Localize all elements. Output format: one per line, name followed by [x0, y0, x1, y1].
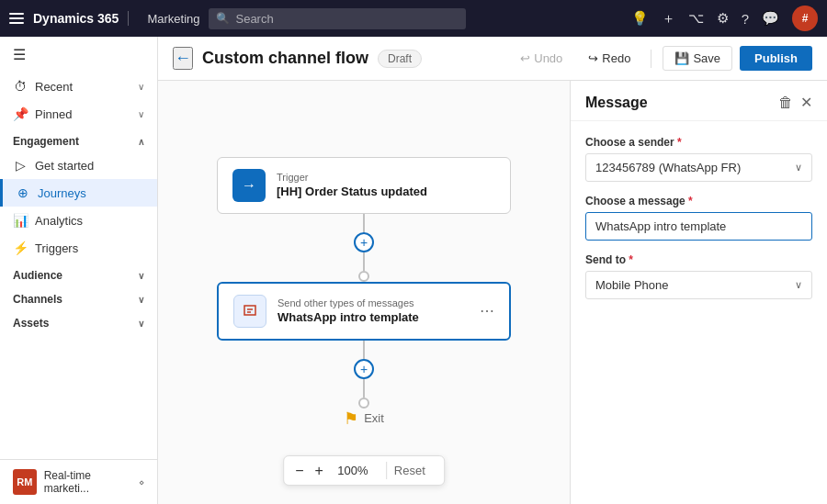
- user-avatar[interactable]: #: [792, 6, 818, 31]
- message-input[interactable]: [585, 212, 812, 241]
- sidebar-item-analytics[interactable]: 📊 Analytics: [0, 207, 157, 234]
- trigger-icon: →: [232, 169, 266, 202]
- zoom-reset-button[interactable]: Reset: [386, 462, 433, 479]
- recent-chevron: ∨: [138, 82, 144, 92]
- top-nav: Dynamics 365 Marketing 🔍 Search 💡 ＋ ⌥ ⚙ …: [0, 0, 827, 37]
- sidebar-item-pinned[interactable]: 📌 Pinned ∨: [0, 100, 157, 128]
- help-icon[interactable]: ?: [742, 11, 749, 27]
- flow-canvas: → Trigger [HH] Order Status updated +: [158, 81, 570, 504]
- sidebar-item-triggers[interactable]: ⚡ Triggers: [0, 234, 157, 262]
- message-node-title: WhatsApp intro template: [278, 310, 469, 324]
- redo-icon: ↪: [588, 51, 598, 65]
- trigger-node[interactable]: → Trigger [HH] Order Status updated: [217, 157, 511, 214]
- chat-icon[interactable]: 💬: [762, 10, 779, 27]
- message-node[interactable]: Send other types of messages WhatsApp in…: [217, 282, 511, 341]
- sender-value: 123456789 (WhatsApp FR): [595, 161, 741, 174]
- panel-title: Message: [585, 95, 778, 111]
- trigger-title: [HH] Order Status updated: [277, 185, 495, 198]
- right-panel: Message 🗑 ✕ Choose a sender *: [570, 81, 827, 504]
- channels-label: Channels: [13, 293, 62, 306]
- message-field: Choose a message *: [585, 195, 812, 241]
- exit-label: Exit: [364, 411, 384, 425]
- status-badge: Draft: [378, 50, 422, 68]
- audience-chevron: ∨: [138, 271, 144, 281]
- redo-button[interactable]: ↪ Redo: [579, 47, 640, 70]
- channels-section[interactable]: Channels ∨: [0, 286, 157, 309]
- lightbulb-icon[interactable]: 💡: [631, 10, 649, 27]
- analytics-label: Analytics: [35, 214, 83, 228]
- message-node-label: Send other types of messages: [278, 297, 469, 308]
- settings-icon[interactable]: ⚙: [717, 10, 729, 27]
- exit-flag-icon: ⚑: [344, 409, 358, 429]
- audience-section[interactable]: Audience ∨: [0, 262, 157, 286]
- zoom-in-button[interactable]: +: [315, 463, 323, 479]
- recent-label: Recent: [35, 80, 73, 94]
- sendto-select[interactable]: Mobile Phone ∨: [585, 271, 812, 299]
- journeys-icon: ⊕: [16, 185, 30, 200]
- canvas-area: → Trigger [HH] Order Status updated +: [158, 81, 827, 504]
- undo-label: Undo: [534, 51, 562, 65]
- panel-close-button[interactable]: ✕: [800, 94, 812, 111]
- sidebar-item-getstarted[interactable]: ▷ Get started: [0, 151, 157, 179]
- sidebar-menu-toggle[interactable]: ☰: [0, 37, 157, 73]
- channels-chevron: ∨: [138, 295, 144, 305]
- app-name: Marketing: [138, 12, 199, 26]
- sidebar-item-journeys[interactable]: ⊕ Journeys: [0, 179, 157, 207]
- assets-section[interactable]: Assets ∨: [0, 309, 157, 333]
- engagement-chevron: ∧: [138, 137, 144, 147]
- assets-chevron: ∨: [138, 319, 144, 329]
- panel-body: Choose a sender * 123456789 (WhatsApp FR…: [571, 121, 827, 314]
- publish-button[interactable]: Publish: [740, 46, 812, 71]
- sidebar: ☰ ⏱ Recent ∨ 📌 Pinned ∨ Engagement ∧ ▷ G…: [0, 37, 158, 504]
- sendto-chevron: ∨: [795, 279, 802, 291]
- save-button[interactable]: 💾 Save: [663, 46, 732, 71]
- flow-content: → Trigger [HH] Order Status updated +: [217, 157, 511, 429]
- search-icon: 🔍: [216, 12, 230, 25]
- add-node-button-2[interactable]: +: [354, 359, 374, 379]
- sender-field: Choose a sender * 123456789 (WhatsApp FR…: [585, 136, 812, 182]
- back-button[interactable]: ←: [173, 47, 193, 70]
- connector-line-1: [363, 214, 365, 232]
- undo-button[interactable]: ↩ Undo: [511, 47, 572, 70]
- sendto-value: Mobile Phone: [595, 278, 669, 292]
- panel-actions: 🗑 ✕: [778, 94, 812, 111]
- search-bar[interactable]: 🔍 Search: [209, 8, 466, 29]
- message-node-info: Send other types of messages WhatsApp in…: [278, 297, 469, 324]
- getstarted-icon: ▷: [13, 158, 28, 173]
- grid-menu[interactable]: [9, 13, 24, 24]
- zoom-level: 100%: [334, 464, 371, 477]
- exit-node: ⚑ Exit: [344, 409, 384, 429]
- triggers-icon: ⚡: [13, 241, 28, 255]
- sidebar-item-recent[interactable]: ⏱ Recent ∨: [0, 73, 157, 100]
- pinned-chevron: ∨: [138, 109, 144, 119]
- sender-chevron: ∨: [795, 162, 802, 174]
- engagement-label: Engagement: [13, 135, 79, 148]
- sendto-field: Send to * Mobile Phone ∨: [585, 253, 812, 299]
- redo-label: Redo: [602, 51, 630, 65]
- zoom-out-button[interactable]: −: [295, 463, 303, 479]
- nav-icons: 💡 ＋ ⌥ ⚙ ? 💬 #: [631, 6, 818, 31]
- triggers-label: Triggers: [35, 241, 78, 255]
- filter-icon[interactable]: ⌥: [688, 10, 704, 27]
- pinned-icon: 📌: [13, 106, 28, 121]
- connector-line-3: [363, 341, 365, 359]
- zoom-controls: − + 100% Reset: [283, 455, 445, 486]
- connector-circle-2: [358, 398, 369, 409]
- sender-select[interactable]: 123456789 (WhatsApp FR) ∨: [585, 153, 812, 182]
- add-node-button-1[interactable]: +: [354, 232, 374, 252]
- header-divider: [651, 50, 651, 68]
- trigger-info: Trigger [HH] Order Status updated: [277, 172, 495, 198]
- page-title: Custom channel flow: [202, 49, 368, 68]
- node-menu-button[interactable]: ⋯: [480, 302, 494, 319]
- sidebar-user-label: Real-time marketi...: [44, 469, 131, 495]
- sender-label: Choose a sender *: [585, 136, 812, 149]
- sub-header: ← Custom channel flow Draft ↩ Undo ↪ Red…: [158, 37, 827, 81]
- connector-line-2: [363, 252, 365, 271]
- connector-2: +: [354, 341, 374, 409]
- add-icon[interactable]: ＋: [662, 10, 675, 28]
- panel-delete-button[interactable]: 🗑: [778, 94, 793, 111]
- connector-circle-1: [358, 271, 369, 282]
- sidebar-bottom-user[interactable]: RM Real-time marketi... ⋄: [0, 459, 157, 504]
- assets-label: Assets: [13, 317, 49, 330]
- panel-header: Message 🗑 ✕: [571, 81, 827, 121]
